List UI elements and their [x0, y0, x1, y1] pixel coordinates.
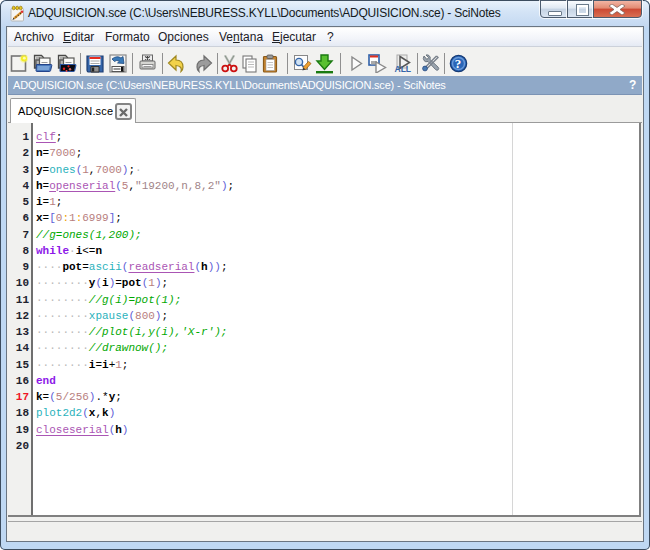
svg-text:ALL: ALL: [395, 64, 412, 73]
svg-text:?: ?: [455, 56, 462, 71]
